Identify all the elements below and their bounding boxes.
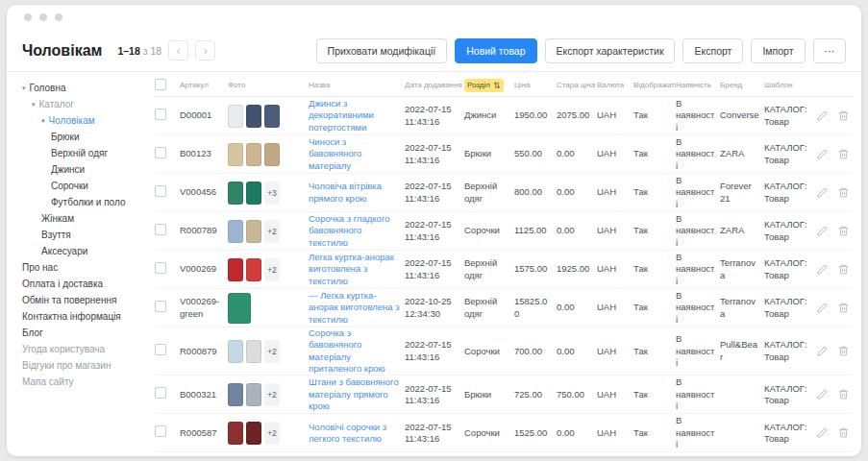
pagination-prev-button[interactable]: ‹ xyxy=(168,40,188,61)
hide-modifications-button[interactable]: Приховати модифікації xyxy=(316,38,448,63)
product-section: Верхній одяг xyxy=(464,257,514,281)
more-actions-button[interactable]: ⋯ xyxy=(813,38,847,63)
edit-button[interactable] xyxy=(816,109,829,122)
row-checkbox[interactable] xyxy=(155,185,166,197)
product-photo xyxy=(228,383,243,406)
product-photos: +3 xyxy=(228,182,309,205)
product-name-link[interactable]: Легка куртка-анорак виготовлена з тексти… xyxy=(309,252,405,287)
product-photo xyxy=(246,220,261,243)
product-old-price: 750.00 xyxy=(557,389,597,400)
row-select-cell xyxy=(155,224,180,238)
product-old-price: 0.00 xyxy=(557,186,597,198)
row-checkbox[interactable] xyxy=(155,425,166,437)
more-photos-badge[interactable]: +2 xyxy=(264,383,280,406)
product-name-link[interactable]: Чоловіча вітрівка прямого крою xyxy=(309,181,405,205)
sidebar-item[interactable]: ▾Каталог xyxy=(7,96,151,112)
edit-button[interactable] xyxy=(816,426,829,439)
import-button[interactable]: Імпорт xyxy=(751,38,805,63)
edit-button[interactable] xyxy=(816,263,829,276)
delete-button[interactable] xyxy=(837,302,850,314)
select-all-checkbox[interactable] xyxy=(155,79,166,90)
sidebar-item[interactable]: Відгуки про магазин xyxy=(7,357,151,374)
sidebar-item[interactable]: Оплата і доставка xyxy=(7,276,151,292)
sidebar-item[interactable]: Верхній одяг xyxy=(7,145,151,161)
row-checkbox[interactable] xyxy=(155,109,166,120)
sidebar-item[interactable]: Мапа сайту xyxy=(7,374,151,390)
product-availability: В наявності xyxy=(676,415,720,450)
delete-button[interactable] xyxy=(837,109,850,122)
delete-button[interactable] xyxy=(837,345,850,357)
sidebar-item-label: Сорочки xyxy=(51,181,88,191)
product-old-price: 0.00 xyxy=(557,225,597,236)
window-control-dot[interactable] xyxy=(55,13,62,21)
export-characteristics-button[interactable]: Експорт характеристик xyxy=(545,38,676,63)
delete-button[interactable] xyxy=(837,388,850,400)
edit-button[interactable] xyxy=(816,186,829,199)
product-photos: +2 xyxy=(228,422,309,445)
sidebar-item[interactable]: Про нас xyxy=(7,259,151,276)
product-display-flag: Так xyxy=(633,389,676,400)
sidebar-item[interactable]: Сорочки xyxy=(7,178,151,194)
sidebar-item[interactable]: ▾Чоловікам xyxy=(7,112,151,129)
product-name-link[interactable]: — Легка куртка-анорак виготовлена з текс… xyxy=(309,290,405,326)
edit-button[interactable] xyxy=(816,345,829,357)
product-name-link[interactable]: Джинси з декоративними потертостями xyxy=(309,98,405,133)
edit-button[interactable] xyxy=(816,302,829,314)
row-checkbox[interactable] xyxy=(155,262,166,274)
column-header: Артикул xyxy=(180,81,228,89)
sidebar-item[interactable]: Контактна інформація xyxy=(7,308,151,325)
product-name-link[interactable]: Штани з бавовняного матеріалу прямого кр… xyxy=(309,376,405,412)
more-photos-badge[interactable]: +2 xyxy=(264,258,280,281)
product-name-link[interactable]: Чиноси з бавовняного матеріалу xyxy=(309,136,405,172)
sidebar-item[interactable]: Угода користувача xyxy=(7,341,151,357)
row-checkbox[interactable] xyxy=(155,147,166,158)
sidebar-item[interactable]: Блог xyxy=(7,325,151,341)
column-header: Фото xyxy=(228,81,309,89)
sidebar-item[interactable]: Футболки и поло xyxy=(7,194,151,210)
table-row: V000269-green— Легка куртка-анорак вигот… xyxy=(155,289,852,328)
window-control-dot[interactable] xyxy=(39,13,47,21)
pagination-next-button[interactable]: › xyxy=(195,40,215,61)
trash-icon xyxy=(837,302,850,314)
sidebar-item[interactable]: ▾Головна xyxy=(7,80,151,96)
delete-button[interactable] xyxy=(837,426,850,439)
row-checkbox[interactable] xyxy=(155,224,166,235)
time-value: 11:43:16 xyxy=(405,395,459,406)
row-checkbox[interactable] xyxy=(155,344,166,355)
row-checkbox[interactable] xyxy=(155,387,166,399)
export-button[interactable]: Експорт xyxy=(682,38,743,63)
row-checkbox[interactable] xyxy=(155,301,166,312)
product-name-link[interactable]: Сорочка з гладкого бавовняного текстилю xyxy=(309,213,405,249)
product-photo xyxy=(228,422,243,445)
new-product-button[interactable]: Новий товар xyxy=(455,38,536,63)
sidebar: ▾Головна▾Каталог▾ЧоловікамБрюкиВерхній о… xyxy=(7,72,151,456)
sort-icon[interactable]: ⇅ xyxy=(493,81,501,90)
delete-button[interactable] xyxy=(837,225,850,237)
sidebar-item[interactable]: Взуття xyxy=(7,227,151,243)
edit-button[interactable] xyxy=(816,388,829,400)
edit-button[interactable] xyxy=(816,225,829,237)
sidebar-item[interactable]: Обмін та повернення xyxy=(7,292,151,308)
product-section: Сорочки xyxy=(464,427,514,439)
more-photos-badge[interactable]: +2 xyxy=(264,220,280,243)
more-photos-badge[interactable]: +2 xyxy=(264,422,280,445)
column-header-label: Стара ціна xyxy=(557,81,595,89)
more-photos-badge[interactable]: +2 xyxy=(264,340,280,363)
delete-button[interactable] xyxy=(837,148,850,160)
edit-button[interactable] xyxy=(816,148,829,160)
delete-button[interactable] xyxy=(837,186,850,199)
sidebar-item-label: Про нас xyxy=(22,262,58,273)
row-actions xyxy=(816,263,854,276)
column-header-label: Валюта xyxy=(597,81,624,89)
sidebar-item[interactable]: Аксесуари xyxy=(7,243,151,259)
product-name-link[interactable]: Чоловічі сорочки з легкого текстилю xyxy=(309,422,405,446)
product-photo xyxy=(246,422,261,445)
product-name-link[interactable]: Сорочка з бавовняного матеріалу притален… xyxy=(309,328,405,375)
more-photos-badge[interactable]: +3 xyxy=(264,182,280,205)
delete-button[interactable] xyxy=(837,263,850,276)
product-price: 1525.00 xyxy=(514,427,557,439)
sidebar-item[interactable]: Жінкам xyxy=(7,210,151,227)
sidebar-item[interactable]: Брюки xyxy=(7,129,151,145)
window-control-dot[interactable] xyxy=(24,13,32,21)
sidebar-item[interactable]: Джинси xyxy=(7,161,151,178)
